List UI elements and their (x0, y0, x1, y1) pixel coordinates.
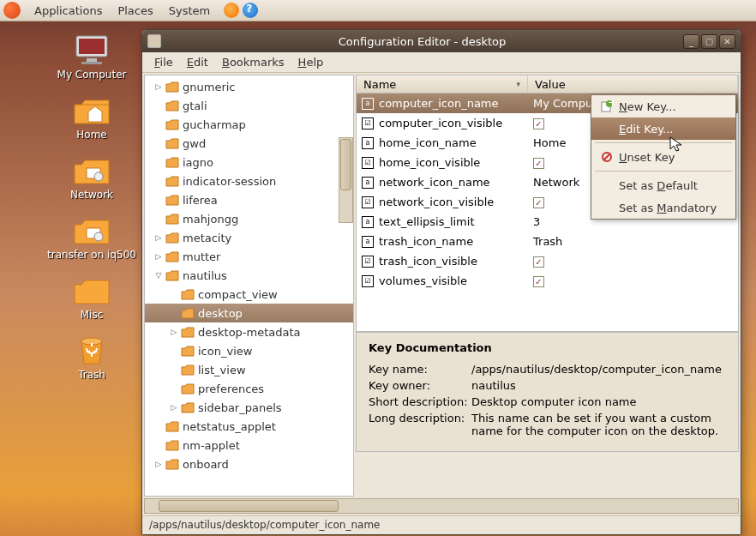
key-type-icon: a (362, 236, 374, 248)
column-value[interactable]: Value (528, 75, 738, 93)
expander-icon[interactable] (153, 233, 164, 242)
desktop-icon-misc[interactable]: Misc (36, 273, 147, 321)
menu-edit[interactable]: Edit (180, 54, 215, 70)
close-button[interactable]: ✕ (719, 34, 735, 49)
app-icon (147, 34, 161, 48)
tree-item-liferea[interactable]: liferea (145, 190, 353, 209)
tree-item-indicator-session[interactable]: indicator-session (145, 172, 353, 190)
tree-item-gwd[interactable]: gwd (145, 134, 353, 153)
list-row-volumes_visible[interactable]: ☑volumes_visible (357, 271, 738, 291)
menu-applications[interactable]: Applications (27, 4, 109, 17)
tree-pane[interactable]: gnumericgtaligucharmapgwdiagnoindicator-… (144, 75, 354, 497)
expander-icon[interactable] (169, 403, 179, 412)
expander-icon[interactable] (153, 460, 164, 468)
menu-places[interactable]: Places (111, 4, 159, 17)
desktop-icon-network[interactable]: Network (36, 153, 147, 201)
desktop-icon-label: My Computer (57, 69, 127, 81)
menu-help[interactable]: Help (291, 54, 331, 70)
checkbox[interactable] (533, 158, 544, 169)
tree-item-mahjongg[interactable]: mahjongg (145, 209, 353, 228)
tree-item-iagno[interactable]: iagno (145, 153, 353, 172)
expander-icon[interactable] (169, 328, 179, 336)
menu-bookmarks[interactable]: Bookmarks (215, 54, 291, 70)
key-value: 3 (528, 215, 540, 228)
desktop-icon-trash[interactable]: Trash (36, 333, 147, 381)
ctx-unset-key[interactable]: Unset Key (591, 146, 735, 168)
checkbox[interactable] (533, 256, 544, 268)
context-menu: + New Key... Edit Key... Unset Key (591, 94, 736, 220)
desktop-icon-my-computer[interactable]: My Computer (36, 33, 147, 81)
svg-point-7 (94, 232, 103, 241)
tree-item-desktop[interactable]: desktop (145, 304, 353, 322)
expander-icon[interactable] (153, 252, 164, 261)
key-name: network_icon_visible (379, 196, 528, 208)
titlebar[interactable]: Configuration Editor - desktop _ ▢ ✕ (142, 30, 741, 52)
desktop-icons: My Computer Home Network transfer on iq5… (36, 33, 147, 393)
doc-heading: Key Documentation (369, 341, 726, 354)
desktop-icon-transfer[interactable]: transfer on iq500 (36, 213, 147, 261)
ctx-label: Edit Key... (619, 123, 673, 136)
key-name: computer_icon_name (379, 97, 528, 110)
doc-val-owner: nautilus (471, 379, 726, 392)
tree-item-label: gnumeric (183, 81, 236, 93)
firefox-icon[interactable] (224, 3, 239, 18)
tree-item-nautilus[interactable]: nautilus (145, 266, 353, 285)
tree-item-preferences[interactable]: preferences (145, 379, 353, 398)
tree-item-gnumeric[interactable]: gnumeric (145, 77, 353, 96)
tree-item-gtali[interactable]: gtali (145, 96, 353, 115)
expander-icon[interactable] (153, 82, 164, 91)
key-name: volumes_visible (379, 274, 528, 287)
doc-val-keyname: /apps/nautilus/desktop/computer_icon_nam… (471, 363, 726, 376)
key-name: text_ellipsis_limit (379, 215, 528, 228)
unset-key-icon (600, 151, 614, 163)
key-type-icon: a (362, 177, 374, 189)
list-row-trash_icon_name[interactable]: atrash_icon_nameTrash (357, 232, 738, 251)
tree-item-label: nautilus (183, 269, 227, 282)
desktop-icon-home[interactable]: Home (36, 93, 147, 141)
key-type-icon: ☑ (362, 117, 374, 129)
doc-val-long: This name can be set if you want a custo… (471, 412, 726, 437)
menu-system[interactable]: System (162, 4, 217, 17)
window-title: Configuration Editor - desktop (161, 35, 683, 48)
tree-item-icon_view[interactable]: icon_view (145, 341, 353, 360)
tree-item-label: desktop (198, 307, 243, 320)
ctx-set-mandatory[interactable]: Set as Mandatory (591, 196, 735, 219)
tree-item-desktop-metadata[interactable]: desktop-metadata (145, 322, 353, 341)
key-value (528, 274, 544, 287)
tree-item-list_view[interactable]: list_view (145, 360, 353, 379)
separator (595, 142, 732, 143)
menubar: File Edit Bookmarks Help (142, 52, 741, 73)
key-value (528, 117, 544, 129)
tree-item-compact_view[interactable]: compact_view (145, 285, 353, 304)
ctx-edit-key[interactable]: Edit Key... (591, 117, 735, 140)
column-name[interactable]: Name ▾ (357, 75, 528, 93)
minimize-button[interactable]: _ (683, 34, 699, 49)
menu-file[interactable]: File (147, 54, 180, 70)
ctx-new-key[interactable]: + New Key... (591, 95, 735, 117)
tree-item-onboard[interactable]: onboard (145, 455, 353, 473)
svg-rect-1 (79, 39, 105, 54)
tree-vertical-scrollbar[interactable] (339, 137, 353, 223)
tree-item-gucharmap[interactable]: gucharmap (145, 115, 353, 134)
ctx-set-default[interactable]: Set as Default (591, 174, 735, 196)
tree-item-sidebar_panels[interactable]: sidebar_panels (145, 398, 353, 417)
help-icon[interactable] (243, 3, 258, 18)
checkbox[interactable] (533, 197, 544, 208)
ubuntu-logo-icon[interactable] (3, 2, 21, 19)
tree-item-nm-applet[interactable]: nm-applet (145, 436, 353, 455)
list-body[interactable]: acomputer_icon_nameMy Computer☑computer_… (356, 93, 739, 332)
desktop-icon-label: Trash (78, 369, 105, 381)
tree-item-label: preferences (198, 382, 264, 395)
tree-item-metacity[interactable]: metacity (145, 228, 353, 247)
svg-rect-3 (81, 62, 102, 64)
svg-text:+: + (608, 100, 613, 109)
maximize-button[interactable]: ▢ (701, 34, 717, 49)
desktop-icon-label: transfer on iq500 (47, 249, 136, 261)
checkbox[interactable] (533, 276, 544, 287)
checkbox[interactable] (533, 118, 544, 129)
tree-item-netstatus_applet[interactable]: netstatus_applet (145, 417, 353, 436)
tree-item-mutter[interactable]: mutter (145, 247, 353, 266)
list-row-trash_icon_visible[interactable]: ☑trash_icon_visible (357, 251, 738, 271)
expander-icon[interactable] (153, 271, 164, 280)
horizontal-scrollbar[interactable] (144, 498, 739, 514)
